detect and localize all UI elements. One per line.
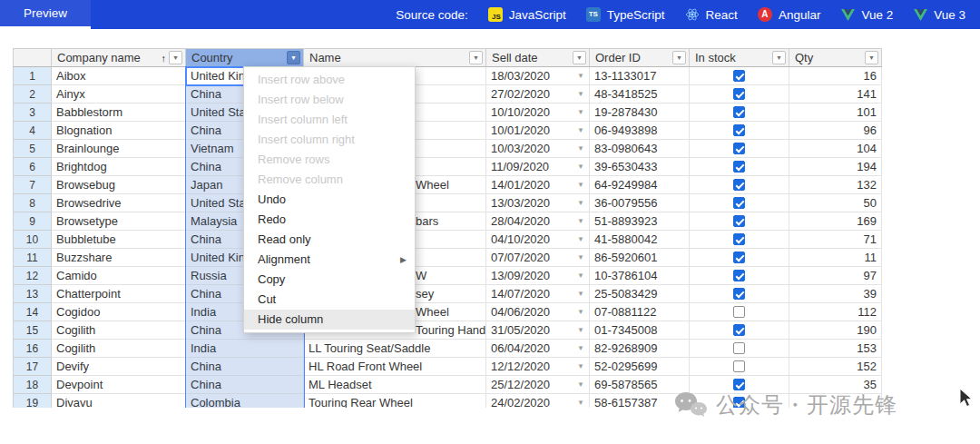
- cell-in-stock[interactable]: [690, 194, 789, 212]
- cell-company[interactable]: Brightdog: [52, 158, 186, 176]
- cell-qty[interactable]: 16: [789, 67, 882, 85]
- cell-order-id[interactable]: 07-0881122: [590, 303, 690, 321]
- column-header-name[interactable]: Name▼: [304, 48, 486, 67]
- cell-company[interactable]: Ainyx: [52, 85, 186, 104]
- cell-company[interactable]: Brainlounge: [52, 140, 186, 158]
- row-header[interactable]: 7: [13, 176, 52, 194]
- column-header-sell-date[interactable]: Sell date▼: [486, 48, 590, 67]
- row-header[interactable]: 9: [13, 212, 52, 231]
- nav-link-vue-2[interactable]: Vue 2: [840, 7, 893, 22]
- cell-in-stock[interactable]: [690, 267, 789, 285]
- row-header[interactable]: 8: [13, 194, 52, 212]
- cell-company[interactable]: Bubbletube: [52, 231, 186, 249]
- cell-sell-date[interactable]: 07/07/2020▼: [486, 249, 590, 267]
- row-header[interactable]: 18: [13, 376, 52, 394]
- date-dropdown-icon[interactable]: ▼: [577, 308, 584, 316]
- date-dropdown-icon[interactable]: ▼: [577, 235, 584, 243]
- cell-order-id[interactable]: 01-7345008: [590, 321, 690, 340]
- cell-sell-date[interactable]: 31/05/2020▼: [486, 321, 590, 340]
- in-stock-checkbox[interactable]: [733, 161, 745, 173]
- in-stock-checkbox[interactable]: [733, 342, 745, 354]
- cell-in-stock[interactable]: [690, 85, 789, 104]
- cell-sell-date[interactable]: 10/01/2020▼: [486, 122, 590, 140]
- cell-sell-date[interactable]: 14/01/2020▼: [486, 176, 590, 194]
- cell-order-id[interactable]: 25-5083429: [590, 285, 690, 303]
- column-header-company-name[interactable]: Company name↑▼: [52, 48, 186, 67]
- cell-company[interactable]: Camido: [52, 267, 186, 285]
- cell-order-id[interactable]: 52-0295699: [590, 358, 690, 376]
- cell-qty[interactable]: 152: [789, 358, 882, 376]
- cell-qty[interactable]: 35: [789, 376, 882, 394]
- date-dropdown-icon[interactable]: ▼: [577, 326, 584, 334]
- date-dropdown-icon[interactable]: ▼: [577, 144, 584, 153]
- cell-country[interactable]: India: [186, 340, 304, 358]
- cell-order-id[interactable]: 86-5920601: [590, 249, 690, 267]
- cell-country[interactable]: China: [186, 376, 304, 394]
- cell-qty[interactable]: 97: [789, 267, 882, 285]
- in-stock-checkbox[interactable]: [733, 88, 745, 100]
- cell-company[interactable]: Babblestorm: [52, 104, 186, 122]
- cell-company[interactable]: Aibox: [52, 67, 186, 85]
- cell-qty[interactable]: 71: [789, 231, 882, 249]
- date-dropdown-icon[interactable]: ▼: [577, 108, 584, 116]
- tab-preview[interactable]: Preview: [0, 0, 91, 29]
- date-dropdown-icon[interactable]: ▼: [577, 72, 584, 80]
- cell-in-stock[interactable]: [690, 176, 789, 194]
- cell-order-id[interactable]: 58-6157387: [590, 394, 690, 408]
- column-header-in-stock[interactable]: In stock▼: [690, 48, 789, 67]
- row-header[interactable]: 19: [13, 394, 52, 408]
- in-stock-checkbox[interactable]: [733, 215, 745, 227]
- nav-link-angular[interactable]: AAngular: [758, 7, 821, 22]
- row-header[interactable]: 2: [13, 85, 52, 104]
- menu-item-hide-column[interactable]: Hide column: [244, 310, 415, 330]
- cell-qty[interactable]: 190: [789, 321, 882, 340]
- cell-in-stock[interactable]: [690, 340, 789, 358]
- cell-name[interactable]: ML Headset: [304, 376, 486, 394]
- cell-order-id[interactable]: 06-9493898: [590, 122, 690, 140]
- cell-in-stock[interactable]: [690, 394, 789, 408]
- cell-in-stock[interactable]: [690, 67, 789, 85]
- in-stock-checkbox[interactable]: [733, 379, 745, 390]
- date-dropdown-icon[interactable]: ▼: [577, 271, 584, 280]
- date-dropdown-icon[interactable]: ▼: [577, 217, 584, 225]
- date-dropdown-icon[interactable]: ▼: [577, 181, 584, 189]
- cell-company[interactable]: Browsetype: [52, 212, 186, 231]
- cell-order-id[interactable]: 19-2878430: [590, 104, 690, 122]
- in-stock-checkbox[interactable]: [733, 324, 745, 336]
- row-header[interactable]: 3: [13, 104, 52, 122]
- cell-name[interactable]: LL Touring Seat/Saddle: [304, 340, 486, 358]
- in-stock-checkbox[interactable]: [733, 124, 745, 136]
- in-stock-checkbox[interactable]: [733, 397, 745, 408]
- column-menu-button[interactable]: ▼: [573, 51, 586, 64]
- row-header[interactable]: 14: [13, 303, 52, 321]
- cell-order-id[interactable]: 83-0980643: [590, 140, 690, 158]
- cell-order-id[interactable]: 36-0079556: [590, 194, 690, 212]
- menu-item-redo[interactable]: Redo: [244, 210, 415, 230]
- date-dropdown-icon[interactable]: ▼: [577, 399, 584, 407]
- column-menu-button[interactable]: ▼: [672, 51, 686, 64]
- cell-country[interactable]: Colombia: [186, 394, 304, 408]
- cell-order-id[interactable]: 48-3418525: [590, 85, 690, 104]
- cell-company[interactable]: Browsebug: [52, 176, 186, 194]
- row-header[interactable]: 15: [13, 321, 52, 340]
- row-header[interactable]: 10: [13, 231, 52, 249]
- column-menu-button[interactable]: ▼: [772, 51, 786, 64]
- cell-name[interactable]: HL Road Front Wheel: [304, 358, 486, 376]
- row-header[interactable]: 12: [13, 267, 52, 285]
- row-header[interactable]: 17: [13, 358, 52, 376]
- cell-order-id[interactable]: 51-8893923: [590, 212, 690, 231]
- row-header[interactable]: 13: [13, 285, 52, 303]
- cell-sell-date[interactable]: 13/09/2020▼: [486, 267, 590, 285]
- cell-qty[interactable]: 39: [789, 285, 882, 303]
- cell-in-stock[interactable]: [690, 231, 789, 249]
- cell-in-stock[interactable]: [690, 104, 789, 122]
- row-header[interactable]: 11: [13, 249, 52, 267]
- cell-order-id[interactable]: 13-1133017: [590, 67, 690, 85]
- cell-in-stock[interactable]: [690, 140, 789, 158]
- cell-company[interactable]: Blognation: [52, 122, 186, 140]
- column-header-qty[interactable]: Qty▼: [789, 48, 882, 67]
- cell-in-stock[interactable]: [690, 122, 789, 140]
- nav-link-javascript[interactable]: JSJavaScript: [488, 7, 566, 22]
- cell-sell-date[interactable]: 24/02/2020▼: [486, 394, 590, 408]
- cell-sell-date[interactable]: 10/03/2020▼: [486, 140, 590, 158]
